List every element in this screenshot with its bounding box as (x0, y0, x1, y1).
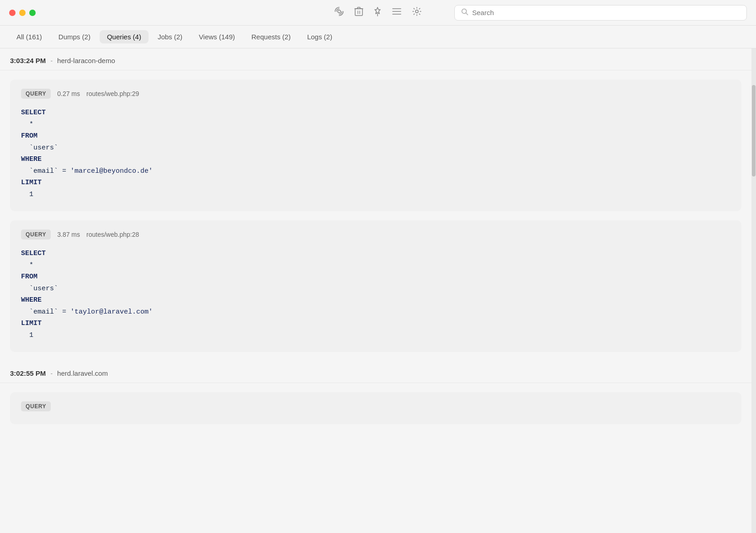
tab-views[interactable]: Views (149) (192, 30, 242, 43)
svg-point-6 (415, 10, 418, 13)
list-icon[interactable] (392, 7, 402, 18)
pin-icon[interactable] (373, 6, 382, 19)
tab-requests[interactable]: Requests (2) (244, 30, 298, 43)
query-block-2: QUERY 3.87 ms routes/web.php:28 SELECT *… (10, 220, 741, 352)
trash-icon[interactable] (354, 6, 363, 19)
session-time-2: 3:02:55 PM (10, 369, 46, 377)
session-separator-2: - (50, 370, 53, 377)
close-button[interactable] (9, 10, 16, 16)
session-separator-1: - (50, 57, 53, 64)
window-controls (9, 10, 36, 16)
tab-all[interactable]: All (161) (9, 30, 49, 43)
titlebar (0, 0, 756, 26)
query-block-3: QUERY (10, 392, 741, 424)
svg-point-0 (338, 10, 341, 13)
scrollbar-thumb[interactable] (752, 85, 756, 176)
tab-queries[interactable]: Queries (4) (100, 30, 149, 43)
query-badge-3: QUERY (21, 401, 51, 411)
tab-logs[interactable]: Logs (2) (300, 30, 340, 43)
query-time-1: 0.27 ms (57, 90, 80, 97)
session-header-1: 3:03:24 PM - herd-laracon-demo (0, 48, 751, 70)
scrollbar[interactable] (751, 48, 756, 533)
query-source-2: routes/web.php:28 (86, 231, 139, 238)
query-meta-3: QUERY (21, 401, 730, 411)
query-code-2: SELECT * FROM `users` WHERE `email` = 't… (21, 248, 730, 341)
svg-line-8 (466, 13, 468, 15)
query-meta-1: QUERY 0.27 ms routes/web.php:29 (21, 89, 730, 99)
maximize-button[interactable] (29, 10, 36, 16)
session-header-2: 3:02:55 PM - herd.laravel.com (0, 361, 751, 383)
tabs-bar: All (161) Dumps (2) Queries (4) Jobs (2)… (0, 26, 756, 48)
search-input[interactable] (472, 9, 740, 16)
tab-dumps[interactable]: Dumps (2) (51, 30, 98, 43)
query-block-1: QUERY 0.27 ms routes/web.php:29 SELECT *… (10, 80, 741, 211)
query-time-2: 3.87 ms (57, 231, 80, 238)
session-name-1: herd-laracon-demo (57, 57, 115, 64)
settings-icon[interactable] (412, 6, 422, 19)
session-name-2: herd.laravel.com (57, 369, 108, 377)
svg-rect-1 (355, 9, 362, 16)
broadcast-icon[interactable] (334, 6, 344, 19)
query-badge-2: QUERY (21, 229, 51, 240)
search-bar[interactable] (454, 5, 747, 21)
content-area: 3:03:24 PM - herd-laracon-demo QUERY 0.2… (0, 48, 751, 533)
query-meta-2: QUERY 3.87 ms routes/web.php:28 (21, 229, 730, 240)
query-badge-1: QUERY (21, 89, 51, 99)
query-code-1: SELECT * FROM `users` WHERE `email` = 'm… (21, 107, 730, 200)
main-content: 3:03:24 PM - herd-laracon-demo QUERY 0.2… (0, 48, 756, 533)
query-source-1: routes/web.php:29 (86, 90, 139, 97)
search-icon (461, 8, 469, 17)
session-time-1: 3:03:24 PM (10, 57, 46, 64)
minimize-button[interactable] (19, 10, 26, 16)
tab-jobs[interactable]: Jobs (2) (150, 30, 190, 43)
titlebar-icons (334, 6, 422, 19)
